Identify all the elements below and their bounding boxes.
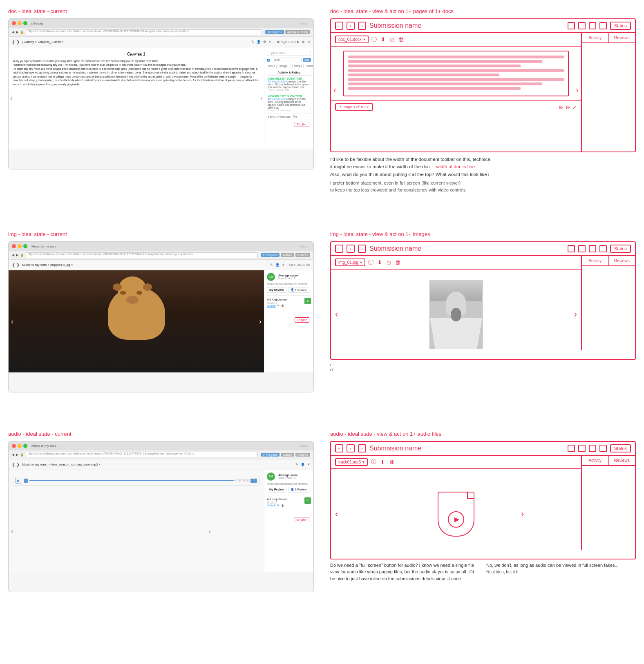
nav-arrows[interactable]: ❮ ❯ (12, 40, 20, 44)
dropdown-icon[interactable]: ▾ (363, 37, 365, 42)
caret-right[interactable]: ∨ (366, 105, 369, 109)
url-bar-img[interactable]: https://submittablewatercooler.submittab… (26, 252, 258, 258)
next-audio-arrow[interactable]: › (521, 509, 524, 519)
page-indicator[interactable]: ∧ Page 1 of 10 ∨ (335, 103, 373, 111)
reviews-btn-audio[interactable]: 👤 1 Review (288, 487, 309, 492)
clock-icon-img[interactable]: ◷ (386, 259, 392, 266)
close-icon-img[interactable]: ✕ (282, 263, 285, 267)
left-arrow-audio[interactable]: ‹ (11, 527, 13, 535)
prev-btn-audio[interactable]: ‹ (347, 444, 355, 452)
icon-btn-4[interactable] (599, 22, 607, 29)
back-btn[interactable]: ← (335, 22, 343, 30)
status-button[interactable]: Status (610, 22, 631, 30)
info-icon[interactable]: ⓘ (371, 36, 378, 43)
person-icon-img[interactable]: 👤 (275, 263, 280, 267)
reviews-tab[interactable]: Reviews (609, 33, 635, 42)
next-btn-img[interactable]: › (358, 245, 366, 253)
download-icon-audio[interactable]: ⬇ (379, 459, 386, 465)
reviews-btn[interactable]: 👤 1 Review (288, 287, 309, 293)
left-arrow-img[interactable]: ‹ (11, 317, 13, 326)
icon-btn-audio-2[interactable] (578, 445, 586, 452)
ratings-tab[interactable]: ratings (292, 64, 304, 68)
maximize-icon[interactable] (23, 21, 27, 25)
info-icon-img[interactable]: ⓘ (368, 259, 374, 266)
prev-audio-arrow[interactable]: ‹ (335, 509, 338, 519)
activity-tab-img[interactable]: Activity (582, 256, 609, 265)
dropdown-icon-audio[interactable]: ▾ (362, 460, 364, 464)
add-button[interactable]: Add (303, 58, 311, 62)
url-bar[interactable]: https://submittablewatercooler.submittab… (26, 29, 262, 35)
next-btn-audio[interactable]: › (358, 444, 366, 452)
icon-btn-2[interactable] (578, 22, 586, 29)
delete-icon-audio[interactable]: 🗑 (388, 459, 395, 465)
minimize-icon-audio[interactable] (18, 444, 22, 448)
back-icon[interactable]: ◀ (12, 30, 14, 34)
close-icon[interactable] (12, 21, 16, 25)
edit-icon[interactable]: ✎ (251, 40, 254, 44)
reviews-tab-img[interactable]: Reviews (609, 256, 635, 265)
icon-btn-audio-1[interactable] (568, 445, 575, 452)
maximize-icon-audio[interactable] (23, 444, 27, 448)
delete-icon-img[interactable]: 🗑 (395, 259, 401, 266)
note-input[interactable]: Type a note... (267, 50, 311, 56)
my-review-btn[interactable]: My Review (267, 287, 286, 293)
icon-btn-img-1[interactable] (568, 245, 575, 252)
person-icon-audio[interactable]: 👤 (301, 463, 305, 466)
file-selector[interactable]: doc_01.docx ▾ (335, 36, 369, 43)
maximize-icon[interactable] (23, 244, 27, 248)
fullscreen-icon[interactable]: ⤢ (572, 104, 577, 110)
icon-btn-audio-4[interactable] (599, 445, 607, 452)
info-icon-audio[interactable]: ⓘ (370, 459, 377, 465)
icon-btn-3[interactable] (589, 22, 596, 29)
edit-icon-audio[interactable]: ✎ (295, 463, 298, 466)
edit-icon-img[interactable]: ✎ (270, 263, 273, 267)
person-icon[interactable]: 👤 (257, 40, 261, 44)
forward-icon[interactable]: ▶ (16, 30, 18, 34)
icon-btn-img-2[interactable] (578, 245, 586, 252)
back-btn-audio[interactable]: ← (335, 444, 343, 452)
unlock-link-audio[interactable]: Unlock (267, 504, 275, 507)
icon-btn-img-4[interactable] (599, 245, 607, 252)
edit-review-icon[interactable]: ✎ (277, 304, 280, 307)
unlock-link[interactable]: Unlock (267, 304, 275, 307)
dropdown-icon-img[interactable]: ▾ (360, 260, 362, 265)
next-img-arrow[interactable]: › (574, 309, 577, 320)
right-nav-arrow[interactable]: › (260, 94, 262, 102)
icon-btn-img-3[interactable] (589, 245, 596, 252)
clock-icon[interactable]: ◷ (389, 36, 396, 43)
prev-btn-img[interactable]: ‹ (347, 245, 355, 253)
forward-icon-audio[interactable]: ▶ (16, 453, 18, 457)
play-button-audio[interactable]: ▶ (16, 478, 21, 484)
progress-bar-audio[interactable] (29, 480, 234, 481)
close-doc-icon[interactable]: ✕ (268, 40, 271, 44)
status-button-img[interactable]: Status (610, 245, 631, 253)
audio-player[interactable]: ▶ 0:00 / 0:00 🔊 (13, 476, 260, 486)
right-arrow-img[interactable]: › (259, 317, 262, 326)
left-nav-arrow[interactable]: ‹ (10, 94, 12, 102)
close-icon[interactable] (12, 244, 16, 248)
activity-tab-audio[interactable]: Activity (582, 456, 609, 465)
back-icon[interactable]: ◀ (12, 253, 14, 257)
download-icon[interactable]: ⬇ (380, 36, 387, 43)
prev-img-arrow[interactable]: ‹ (335, 309, 338, 320)
activity-tab[interactable]: Activity (582, 33, 609, 42)
activity-tab[interactable]: Activity & Rating (267, 70, 311, 75)
next-btn[interactable]: › (358, 22, 366, 30)
nav-arrows-img[interactable]: ❮ ❯ (12, 263, 20, 267)
minimize-icon[interactable] (18, 244, 22, 248)
zoom-out-icon[interactable]: ⊖ (566, 104, 570, 110)
back-btn-img[interactable]: ← (335, 245, 343, 253)
edit-review-icon-audio[interactable]: ✎ (277, 504, 280, 507)
back-icon-audio[interactable]: ◀ (12, 453, 14, 457)
reviews-tab-audio[interactable]: Reviews (609, 456, 635, 465)
icon-btn-1[interactable] (568, 22, 575, 29)
right-arrow-audio[interactable]: › (208, 527, 211, 535)
file-selector-img[interactable]: img_01.jpg ▾ (335, 258, 365, 266)
status-button-audio[interactable]: Status (610, 444, 631, 452)
volume-icon[interactable]: 🔊 (250, 479, 257, 483)
delete-review-icon[interactable]: 🗑 (281, 304, 284, 307)
url-bar-audio[interactable]: https://submittablewatercooler.submittab… (26, 452, 258, 457)
file-selector-audio[interactable]: track01.mp3 ▾ (335, 458, 368, 466)
next-page-arrow[interactable]: › (576, 85, 579, 95)
my-review-btn-audio[interactable]: My Review (267, 487, 286, 492)
